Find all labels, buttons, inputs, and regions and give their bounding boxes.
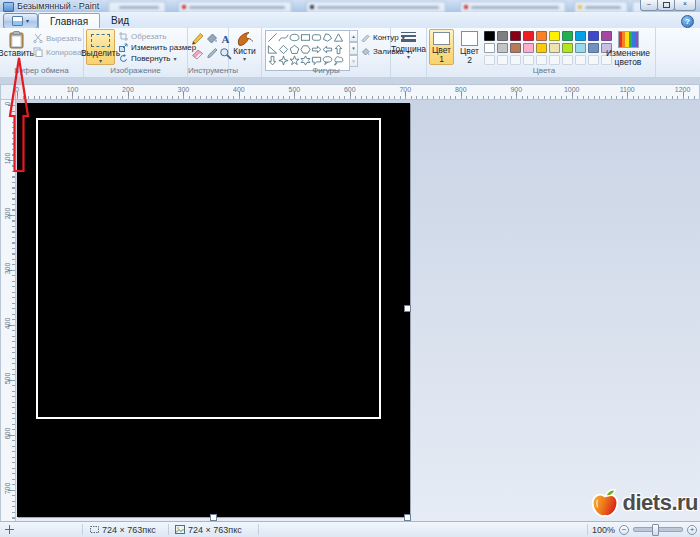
blurred-tab <box>574 1 628 12</box>
palette-color-swatch[interactable] <box>536 31 547 41</box>
color2-label: Цвет 2 <box>459 47 481 65</box>
palette-color-swatch[interactable] <box>510 31 521 41</box>
group-label-colors: Цвета <box>484 66 604 75</box>
palette-empty-slot[interactable] <box>575 55 586 65</box>
rotate-button[interactable]: Повернуть ▾ <box>119 52 177 64</box>
palette-empty-slot[interactable] <box>523 55 534 65</box>
shape-diamond[interactable] <box>278 44 289 56</box>
h-ruler-label: 1100 <box>620 86 635 93</box>
shapes-scroll-down[interactable]: ▾ <box>349 42 358 54</box>
palette-color-swatch[interactable] <box>562 31 573 41</box>
shape-arrow-right[interactable] <box>311 44 322 56</box>
shape-triangle[interactable] <box>333 32 344 44</box>
palette-color-swatch[interactable] <box>484 31 495 41</box>
palette-color-swatch[interactable] <box>575 43 586 53</box>
palette-empty-slot[interactable] <box>562 55 573 65</box>
shape-arrow-up-icon <box>333 44 344 55</box>
cut-button[interactable]: Вырезать <box>33 32 82 44</box>
scissors-icon <box>33 33 43 43</box>
palette-color-swatch[interactable] <box>484 43 495 53</box>
outline-icon <box>361 33 370 42</box>
restore-button[interactable] <box>657 0 675 11</box>
zoom-in-button[interactable]: + <box>687 525 697 535</box>
shape-star-6[interactable] <box>300 55 311 67</box>
ribbon-tab-row: ▾ Главная Вид ? <box>0 12 700 28</box>
shape-line[interactable] <box>267 32 278 44</box>
shape-rectangle[interactable] <box>300 32 311 44</box>
paint-menu-icon <box>12 16 23 26</box>
shape-curve[interactable] <box>278 32 289 44</box>
palette-color-swatch[interactable] <box>575 31 586 41</box>
image-size: 724 × 763пкс <box>175 522 242 537</box>
shape-arrow-down[interactable] <box>267 55 278 67</box>
paint-menu-button[interactable]: ▾ <box>3 13 38 29</box>
shape-oval[interactable] <box>289 32 300 44</box>
palette-color-swatch[interactable] <box>497 31 508 41</box>
select-label: Выделить <box>81 49 120 58</box>
paint-app-icon <box>3 2 14 12</box>
edit-colors-button[interactable]: Изменение цветов <box>604 29 652 69</box>
palette-empty-slot[interactable] <box>536 55 547 65</box>
v-ruler-label: 500 <box>4 373 11 385</box>
watermark-text: diets.ru <box>623 490 698 516</box>
shape-callout-cloud[interactable] <box>333 55 344 67</box>
shape-polygon[interactable] <box>322 32 333 44</box>
tool-color-picker-button[interactable] <box>205 46 218 60</box>
drawing-canvas[interactable] <box>17 103 410 517</box>
canvas-resize-handle-corner[interactable] <box>404 514 411 521</box>
palette-color-swatch[interactable] <box>588 31 599 41</box>
tool-fill-button[interactable] <box>205 31 218 45</box>
shape-pentagon[interactable] <box>289 44 300 56</box>
shape-star-5[interactable] <box>289 55 300 67</box>
help-icon[interactable]: ? <box>681 15 694 28</box>
shape-rounded-rectangle[interactable] <box>311 32 322 44</box>
shape-star-4[interactable] <box>278 55 289 67</box>
palette-color-swatch[interactable] <box>497 43 508 53</box>
shape-arrow-left[interactable] <box>322 44 333 56</box>
palette-color-swatch[interactable] <box>523 31 534 41</box>
rotate-icon <box>119 54 128 63</box>
shape-hexagon[interactable] <box>300 44 311 56</box>
palette-empty-slot[interactable] <box>497 55 508 65</box>
tool-pencil-button[interactable] <box>191 31 204 45</box>
annotation-arrow-up <box>8 56 32 174</box>
canvas-resize-handle-right[interactable] <box>404 305 411 312</box>
select-button[interactable]: Выделить ▾ <box>86 29 115 65</box>
close-button[interactable]: × <box>674 0 696 11</box>
shape-callout-oval[interactable] <box>322 55 333 67</box>
size-button[interactable]: Толщина ▾ <box>394 29 423 71</box>
tool-eraser-button[interactable] <box>191 46 204 60</box>
v-ruler-label: 300 <box>4 263 11 275</box>
canvas-resize-handle-bottom[interactable] <box>210 514 217 521</box>
zoom-out-button[interactable]: − <box>619 525 629 535</box>
palette-color-swatch[interactable] <box>562 43 573 53</box>
group-colors: Цвет 1 Цвет 2 Изменение цветов Цвета <box>426 28 656 77</box>
zoom-slider[interactable] <box>633 527 683 532</box>
crop-icon <box>119 32 128 41</box>
edit-colors-label: Изменение цветов <box>605 49 651 67</box>
palette-color-swatch[interactable] <box>536 43 547 53</box>
color1-button[interactable]: Цвет 1 <box>429 29 454 65</box>
palette-empty-slot[interactable] <box>588 55 599 65</box>
palette-empty-slot[interactable] <box>484 55 495 65</box>
palette-color-swatch[interactable] <box>523 43 534 53</box>
palette-color-swatch[interactable] <box>510 43 521 53</box>
shape-arrow-up[interactable] <box>333 44 344 56</box>
palette-color-swatch[interactable] <box>549 31 560 41</box>
shape-callout-cloud-icon <box>333 55 344 66</box>
brushes-button[interactable]: Кисти ▾ <box>231 29 258 71</box>
zoom-slider-thumb[interactable] <box>652 524 659 536</box>
palette-empty-slot[interactable] <box>549 55 560 65</box>
tab-view[interactable]: Вид <box>100 12 140 28</box>
shape-right-triangle[interactable] <box>267 44 278 56</box>
shapes-scroll-up[interactable]: ▴ <box>349 30 358 42</box>
palette-color-swatch[interactable] <box>588 43 599 53</box>
tab-home[interactable]: Главная <box>38 13 100 29</box>
shape-callout-rectangle[interactable] <box>311 55 322 67</box>
palette-color-swatch[interactable] <box>549 43 560 53</box>
palette-empty-slot[interactable] <box>510 55 521 65</box>
shape-polygon-icon <box>322 32 333 43</box>
color2-button[interactable]: Цвет 2 <box>457 29 482 65</box>
minimize-button[interactable]: – <box>640 0 658 11</box>
paint-window: Безымянный - Paint – × ▾ Главная Вид ? <box>0 0 700 537</box>
